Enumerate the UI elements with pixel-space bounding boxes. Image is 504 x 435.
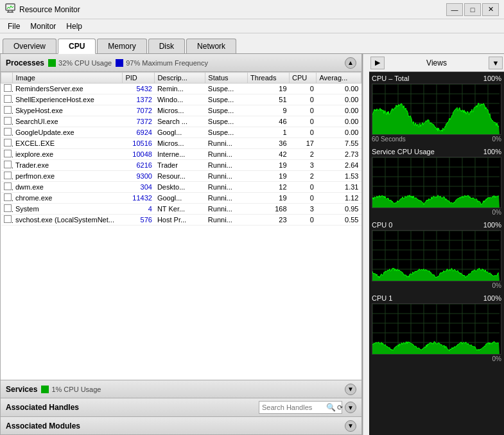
row-checkbox[interactable] bbox=[4, 139, 12, 146]
cell-pid: 11432 bbox=[123, 193, 155, 204]
table-row[interactable]: GoogleUpdate.exe 6924 Googl... Suspe... … bbox=[1, 127, 361, 138]
maximize-button[interactable]: □ bbox=[464, 3, 481, 16]
row-checkbox[interactable] bbox=[4, 161, 12, 168]
tab-network[interactable]: Network bbox=[186, 39, 236, 53]
cell-threads: 36 bbox=[248, 138, 290, 149]
cell-cpu: 0 bbox=[290, 127, 317, 138]
table-row[interactable]: EXCEL.EXE 10516 Micros... Runni... 36 17… bbox=[1, 138, 361, 149]
row-checkbox[interactable] bbox=[4, 182, 12, 190]
cell-threads: 19 bbox=[248, 84, 290, 94]
minimize-button[interactable]: — bbox=[446, 3, 463, 16]
modules-collapse[interactable]: ▼ bbox=[345, 420, 356, 432]
cell-image: EXCEL.EXE bbox=[13, 138, 123, 149]
row-checkbox[interactable] bbox=[4, 106, 12, 114]
cell-status: Runni... bbox=[205, 215, 248, 226]
table-row[interactable]: iexplore.exe 10048 Interne... Runni... 4… bbox=[1, 149, 361, 160]
table-row[interactable]: RemindersServer.exe 5432 Remin... Suspe.… bbox=[1, 84, 361, 94]
col-cpu[interactable]: CPU bbox=[290, 73, 317, 84]
cell-cpu: 0 bbox=[290, 105, 317, 116]
table-row[interactable]: perfmon.exe 9300 Resour... Runni... 19 2… bbox=[1, 171, 361, 182]
menu-help[interactable]: Help bbox=[61, 21, 87, 32]
cell-status: Suspe... bbox=[205, 127, 248, 138]
cell-status: Runni... bbox=[205, 193, 248, 204]
views-dropdown-button[interactable]: ▼ bbox=[489, 57, 503, 69]
cell-status: Runni... bbox=[205, 182, 248, 193]
cell-desc: Googl... bbox=[155, 127, 205, 138]
col-threads[interactable]: Threads bbox=[248, 73, 290, 84]
row-checkbox[interactable] bbox=[4, 117, 12, 125]
menu-monitor[interactable]: Monitor bbox=[25, 21, 61, 32]
tab-memory[interactable]: Memory bbox=[97, 39, 146, 53]
services-cpu-badge: 1% CPU Usage bbox=[41, 386, 101, 393]
services-collapse[interactable]: ▼ bbox=[345, 384, 356, 395]
modules-section: Associated Modules ▼ bbox=[0, 417, 362, 435]
row-checkbox[interactable] bbox=[4, 150, 12, 157]
cell-cpu: 2 bbox=[290, 171, 317, 182]
cell-desc: Trader bbox=[155, 160, 205, 171]
table-header-row: Image PID Descrip... Status Threads CPU … bbox=[1, 73, 361, 84]
table-row[interactable]: Trader.exe 6216 Trader Runni... 19 3 2.6… bbox=[1, 160, 361, 171]
cell-cpu: 2 bbox=[290, 149, 317, 160]
search-handles-box[interactable]: 🔍 ⟳ bbox=[259, 401, 342, 414]
right-panel: ▶ Views ▼ CPU – Total 100% 60 Seconds 0%… bbox=[369, 54, 504, 435]
menu-file[interactable]: File bbox=[3, 21, 25, 32]
row-checkbox[interactable] bbox=[4, 128, 12, 136]
processes-collapse[interactable]: ▲ bbox=[345, 57, 356, 69]
cell-status: Runni... bbox=[205, 160, 248, 171]
tab-cpu[interactable]: CPU bbox=[58, 39, 96, 54]
cell-pid: 6216 bbox=[123, 160, 155, 171]
handles-collapse[interactable]: ▼ bbox=[345, 402, 356, 413]
row-checkbox[interactable] bbox=[4, 215, 12, 223]
process-table-container[interactable]: Image PID Descrip... Status Threads CPU … bbox=[0, 72, 362, 380]
cell-pid: 10048 bbox=[123, 149, 155, 160]
row-checkbox[interactable] bbox=[4, 172, 12, 179]
col-avg[interactable]: Averag... bbox=[317, 73, 361, 84]
table-row[interactable]: svchost.exe (LocalSystemNet... 576 Host … bbox=[1, 215, 361, 226]
menu-bar: File Monitor Help bbox=[0, 19, 504, 33]
cell-cpu: 0 bbox=[290, 182, 317, 193]
cell-pid: 304 bbox=[123, 182, 155, 193]
cell-desc: Resour... bbox=[155, 171, 205, 182]
cell-pid: 9300 bbox=[123, 171, 155, 182]
col-desc[interactable]: Descrip... bbox=[155, 73, 205, 84]
cell-threads: 19 bbox=[248, 193, 290, 204]
search-icon: 🔍 bbox=[326, 403, 336, 412]
title-bar: Resource Monitor — □ ✕ bbox=[0, 0, 504, 19]
cell-cpu: 17 bbox=[290, 138, 317, 149]
row-checkbox[interactable] bbox=[4, 204, 12, 212]
table-row[interactable]: System 4 NT Ker... Runni... 168 3 0.95 bbox=[1, 204, 361, 215]
cell-image: Trader.exe bbox=[13, 160, 123, 171]
services-header[interactable]: Services 1% CPU Usage ▼ bbox=[0, 380, 362, 398]
processes-header[interactable]: Processes 32% CPU Usage 97% Maximum Freq… bbox=[0, 54, 362, 72]
col-image[interactable]: Image bbox=[13, 73, 123, 84]
app-icon bbox=[5, 3, 15, 15]
col-checkbox[interactable] bbox=[1, 73, 13, 84]
search-handles-input[interactable] bbox=[262, 404, 326, 411]
tab-overview[interactable]: Overview bbox=[3, 39, 56, 53]
close-button[interactable]: ✕ bbox=[482, 3, 499, 16]
table-row[interactable]: SkypeHost.exe 7072 Micros... Suspe... 9 … bbox=[1, 105, 361, 116]
cell-status: Suspe... bbox=[205, 105, 248, 116]
table-row[interactable]: dwm.exe 304 Deskto... Runni... 12 0 1.31 bbox=[1, 182, 361, 193]
row-checkbox[interactable] bbox=[4, 193, 12, 201]
main-layout: Processes 32% CPU Usage 97% Maximum Freq… bbox=[0, 54, 504, 435]
left-scrollbar[interactable] bbox=[363, 54, 369, 435]
col-pid[interactable]: PID bbox=[123, 73, 155, 84]
service-cpu-labels: 0% bbox=[372, 209, 501, 216]
cpu1-title: CPU 1 100% bbox=[372, 294, 501, 302]
row-checkbox[interactable] bbox=[4, 84, 12, 92]
expand-button[interactable]: ▶ bbox=[370, 57, 385, 69]
cell-threads: 1 bbox=[248, 127, 290, 138]
processes-label: Processes bbox=[6, 58, 44, 67]
table-row[interactable]: ShellExperienceHost.exe 1372 Windo... Su… bbox=[1, 94, 361, 105]
cpu-total-graph bbox=[372, 84, 501, 135]
refresh-icon[interactable]: ⟳ bbox=[337, 404, 343, 412]
handles-header[interactable]: Associated Handles 🔍 ⟳ ▼ bbox=[0, 398, 362, 417]
col-status[interactable]: Status bbox=[205, 73, 248, 84]
tab-disk[interactable]: Disk bbox=[148, 39, 185, 53]
table-row[interactable]: chrome.exe 11432 Googl... Runni... 19 0 … bbox=[1, 193, 361, 204]
row-checkbox[interactable] bbox=[4, 95, 12, 103]
table-row[interactable]: SearchUI.exe 7372 Search ... Suspe... 46… bbox=[1, 116, 361, 127]
cell-avg: 1.53 bbox=[317, 171, 361, 182]
modules-header[interactable]: Associated Modules ▼ bbox=[0, 417, 362, 435]
